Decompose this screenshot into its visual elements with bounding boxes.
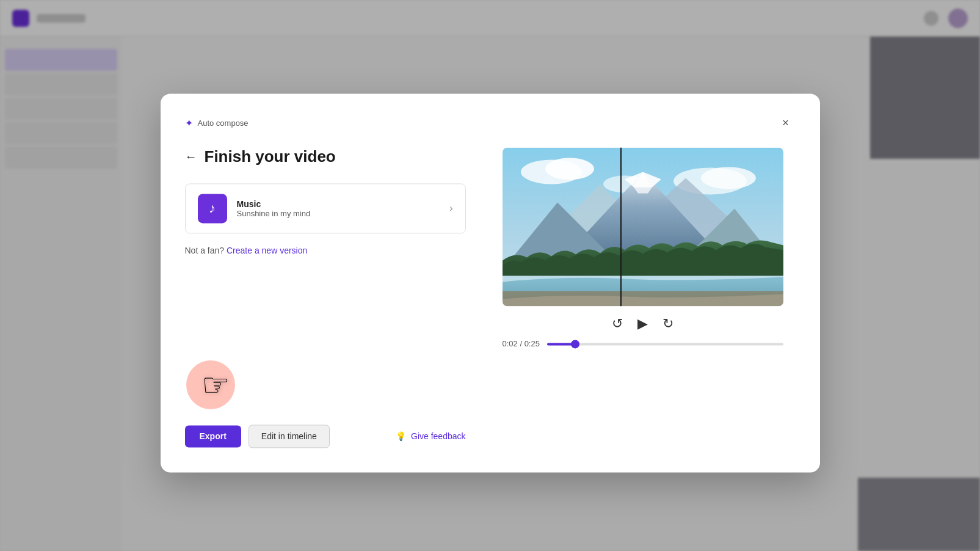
music-info: Music Sunshine in my mind	[237, 199, 440, 218]
rewind-button[interactable]: ↺	[612, 316, 623, 332]
chevron-right-icon: ›	[449, 203, 452, 214]
mountain-landscape	[503, 147, 783, 306]
svg-point-4	[701, 167, 756, 189]
video-preview	[503, 147, 783, 306]
music-icon-box: ♪	[198, 194, 227, 223]
progress-row: 0:02 / 0:25	[503, 339, 783, 348]
music-card[interactable]: ♪ Music Sunshine in my mind ›	[185, 183, 466, 233]
right-panel: ↺ ▶ ↻ 0:02 / 0:25	[490, 147, 796, 448]
play-icon: ▶	[637, 316, 648, 332]
progress-thumb	[571, 340, 579, 348]
left-buttons: Export Edit in timeline	[185, 425, 330, 448]
create-new-version-link[interactable]: Create a new version	[227, 246, 307, 255]
auto-compose-text: Auto compose	[198, 119, 249, 128]
music-label: Music	[237, 199, 440, 209]
click-ripple	[186, 360, 235, 409]
close-button[interactable]: ×	[776, 113, 796, 133]
progress-track[interactable]	[547, 343, 783, 345]
forward-button[interactable]: ↻	[662, 316, 673, 332]
export-button[interactable]: Export	[185, 425, 241, 447]
play-button[interactable]: ▶	[637, 316, 648, 332]
give-feedback-button[interactable]: 💡 Give feedback	[396, 431, 466, 441]
progress-fill	[547, 343, 575, 345]
finish-video-modal: ✦ Auto compose × ← Finish your video ♪ M	[161, 93, 820, 472]
svg-rect-13	[503, 291, 783, 306]
edit-timeline-button[interactable]: Edit in timeline	[249, 425, 330, 448]
svg-point-2	[545, 158, 594, 180]
page-title: Finish your video	[205, 147, 336, 166]
not-a-fan-text: Not a fan? Create a new version	[185, 246, 466, 255]
sparkle-icon: ✦	[185, 117, 193, 129]
back-button[interactable]: ←	[185, 150, 197, 164]
auto-compose-label: ✦ Auto compose	[185, 117, 249, 129]
modal-body: ← Finish your video ♪ Music Sunshine in …	[185, 147, 796, 448]
feedback-label: Give feedback	[411, 431, 466, 441]
video-controls: ↺ ▶ ↻	[612, 316, 673, 332]
feedback-icon: 💡	[396, 431, 406, 441]
playhead-line	[620, 147, 622, 306]
music-song-name: Sunshine in my mind	[237, 209, 440, 218]
close-icon: ×	[782, 117, 789, 130]
music-note-icon: ♪	[209, 200, 216, 216]
time-display: 0:02 / 0:25	[503, 339, 540, 348]
forward-icon: ↻	[662, 316, 673, 332]
modal-header: ✦ Auto compose ×	[185, 113, 796, 133]
page-title-row: ← Finish your video	[185, 147, 466, 166]
back-arrow-icon: ←	[185, 150, 197, 164]
rewind-icon: ↺	[612, 316, 623, 332]
bottom-actions: Export Edit in timeline 💡 Give feedback	[185, 405, 466, 448]
